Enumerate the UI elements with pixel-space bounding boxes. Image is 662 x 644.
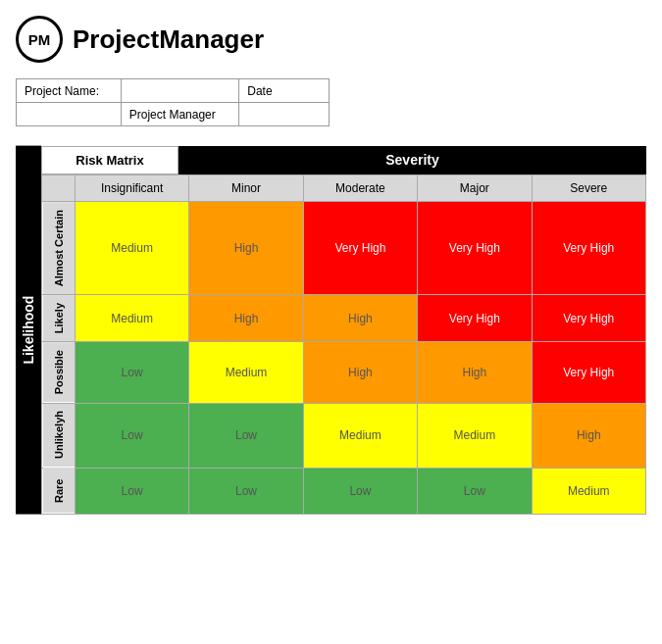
row-label-possible: Possible <box>42 342 76 403</box>
matrix-row: Almost CertainMediumHighVery HighVery Hi… <box>42 202 646 295</box>
risk-cell-r4-c3: Low <box>418 468 532 514</box>
matrix-row: UnlikelyhLowLowMediumMediumHigh <box>42 403 646 468</box>
app-header: PM ProjectManager <box>16 16 646 63</box>
app-title: ProjectManager <box>73 25 264 55</box>
risk-cell-r0-c4: Very High <box>532 202 645 295</box>
risk-cell-r4-c4: Medium <box>532 468 645 514</box>
risk-cell-r2-c3: High <box>418 342 532 403</box>
risk-cell-r3-c4: High <box>532 403 645 468</box>
project-manager-value[interactable]: Project Manager <box>121 103 239 126</box>
col-header-major: Major <box>418 175 532 202</box>
risk-cell-r4-c2: Low <box>303 468 417 514</box>
risk-cell-r3-c3: Medium <box>418 403 532 468</box>
col-header-insignificant: Insignificant <box>75 175 188 202</box>
risk-cell-r1-c2: High <box>303 295 417 342</box>
risk-cell-r1-c3: Very High <box>418 295 532 342</box>
project-info-table: Project Name: Date Project Manager <box>16 78 330 126</box>
risk-cell-r0-c0: Medium <box>75 202 188 295</box>
risk-cell-r3-c0: Low <box>75 403 188 468</box>
col-header-severe: Severe <box>532 175 645 202</box>
row-label-rare: Rare <box>42 468 76 514</box>
matrix-row: PossibleLowMediumHighHighVery High <box>42 342 646 403</box>
col-header-minor: Minor <box>189 175 303 202</box>
risk-matrix-table: Insignificant Minor Moderate Major Sever… <box>41 174 646 515</box>
row-label-likely: Likely <box>42 295 76 342</box>
risk-matrix-label-text: Risk Matrix <box>76 153 143 168</box>
column-header-row: Insignificant Minor Moderate Major Sever… <box>42 175 646 202</box>
risk-cell-r2-c0: Low <box>75 342 188 403</box>
matrix-top-row: Risk Matrix Severity <box>41 146 646 174</box>
risk-cell-r0-c3: Very High <box>418 202 532 295</box>
risk-matrix-container: Likelihood Risk Matrix Severity Insignif… <box>16 146 646 515</box>
risk-matrix-corner-label: Risk Matrix <box>41 146 178 174</box>
matrix-row: RareLowLowLowLowMedium <box>42 468 646 514</box>
risk-cell-r2-c4: Very High <box>532 342 645 403</box>
row-label-unlikelyh: Unlikelyh <box>42 403 76 468</box>
project-name-input[interactable] <box>17 103 122 126</box>
risk-cell-r1-c4: Very High <box>532 295 645 342</box>
project-name-label: Project Name: <box>17 79 122 103</box>
risk-cell-r2-c2: High <box>303 342 417 403</box>
risk-cell-r3-c2: Medium <box>303 403 417 468</box>
risk-cell-r4-c0: Low <box>75 468 188 514</box>
app-logo: PM <box>16 16 63 63</box>
risk-cell-r1-c1: High <box>189 295 303 342</box>
matrix-right: Risk Matrix Severity Insignificant Minor… <box>41 146 646 515</box>
matrix-row: LikelyMediumHighHighVery HighVery High <box>42 295 646 342</box>
project-name-value[interactable] <box>121 79 239 103</box>
risk-cell-r1-c0: Medium <box>75 295 188 342</box>
risk-cell-r0-c1: High <box>189 202 303 295</box>
severity-header: Severity <box>178 146 646 174</box>
risk-cell-r3-c1: Low <box>189 403 303 468</box>
logo-text: PM <box>28 31 51 48</box>
col-header-moderate: Moderate <box>303 175 417 202</box>
risk-cell-r2-c1: Medium <box>189 342 303 403</box>
date-value[interactable] <box>239 103 330 126</box>
risk-cell-r4-c1: Low <box>189 468 303 514</box>
date-label: Date <box>239 79 330 103</box>
row-label-almost-certain: Almost Certain <box>42 202 76 295</box>
likelihood-label: Likelihood <box>16 146 41 515</box>
risk-cell-r0-c2: Very High <box>303 202 417 295</box>
